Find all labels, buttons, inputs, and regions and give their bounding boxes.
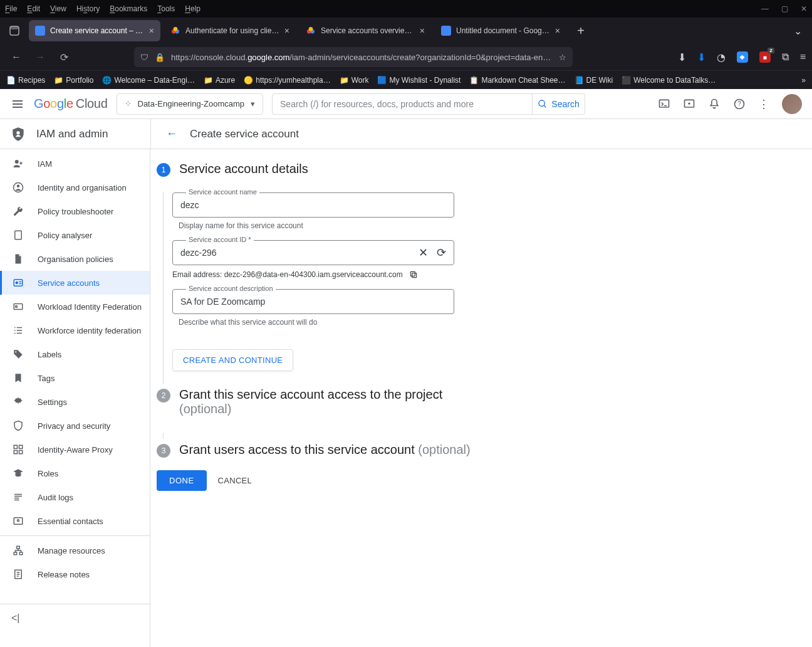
back-button[interactable]: ← [6, 47, 26, 67]
sidenav-item-workload-identity-federation[interactable]: Workload Identity Federation [0, 295, 150, 318]
person-add-icon [13, 158, 25, 169]
browser-tab[interactable]: Service accounts overview | IA× [299, 20, 431, 41]
close-tab-icon[interactable]: × [149, 26, 154, 36]
sidenav-item-identity-aware-proxy[interactable]: Identity-Aware Proxy [0, 438, 150, 461]
close-tab-icon[interactable]: × [284, 26, 289, 36]
help-icon[interactable]: ? [733, 98, 746, 110]
account-icon[interactable]: ◔ [717, 51, 726, 63]
notifications-icon[interactable] [708, 98, 721, 110]
app-menu-icon[interactable]: ≡ [800, 51, 806, 63]
downloads-icon[interactable]: ⬇ [697, 51, 705, 63]
bookmark-item[interactable]: 📄Recipes [6, 76, 45, 85]
bookmark-star-icon[interactable]: ☆ [559, 53, 566, 62]
sidenav-item-policy-troubleshooter[interactable]: Policy troubleshooter [0, 199, 150, 223]
close-tab-icon[interactable]: × [420, 26, 425, 36]
feedback-icon[interactable] [683, 98, 695, 110]
bookmark-item[interactable]: 📘DE Wiki [575, 76, 613, 85]
create-and-continue-button[interactable]: CREATE AND CONTINUE [172, 349, 293, 371]
bookmark-item[interactable]: ⬛Welcome to DataTalks… [622, 76, 716, 85]
extension-icon-2[interactable]: ■2 [759, 51, 771, 63]
user-avatar[interactable] [782, 94, 802, 114]
search-button[interactable]: Search [532, 94, 585, 114]
sidenav-item-roles[interactable]: Roles [0, 461, 150, 485]
browser-menubar: File Edit View History Bookmarks Tools H… [0, 0, 812, 18]
service-account-name-input[interactable] [180, 200, 446, 210]
svg-point-14 [16, 131, 19, 134]
page-title: Create service account [190, 128, 299, 140]
firefox-view-icon[interactable] [4, 20, 25, 41]
project-picker[interactable]: ⁘ Data-Engineering-Zoomcamp ▾ [117, 93, 264, 115]
tab-list-dropdown-icon[interactable]: ⌄ [788, 25, 808, 37]
sidenav-item-audit-logs[interactable]: Audit logs [0, 485, 150, 509]
menu-help[interactable]: Help [185, 4, 200, 13]
account-circle-icon [13, 182, 25, 193]
window-close-icon[interactable]: ✕ [801, 4, 807, 13]
done-button[interactable]: DONE [157, 470, 207, 491]
sidenav-item-settings[interactable]: Settings [0, 390, 150, 414]
collapse-sidenav-button[interactable]: <| [0, 604, 150, 631]
google-cloud-logo[interactable]: GoogleCloud [34, 97, 108, 111]
bookmark-item[interactable]: 🟦My Wishlist - Dynalist [377, 76, 461, 85]
browser-tab[interactable]: Authenticate for using client lib× [164, 20, 296, 41]
bookmark-item[interactable]: 📁Portfolio [54, 76, 93, 85]
browser-tab[interactable]: Untitled document - Google Do× [435, 20, 566, 41]
sidenav-item-organisation-policies[interactable]: Organisation policies [0, 247, 150, 271]
browser-tab[interactable]: Create service account – IAM an× [29, 20, 160, 41]
sidenav-item-service-accounts[interactable]: Service accounts [0, 271, 150, 295]
sidenav-label: Roles [38, 469, 58, 478]
tracking-protection-icon[interactable]: 🛡 [140, 53, 148, 62]
search-input[interactable]: Search (/) for resources, docs, products… [273, 94, 532, 114]
svg-point-20 [16, 282, 18, 284]
window-minimize-icon[interactable]: — [761, 4, 769, 13]
menu-history[interactable]: History [76, 4, 100, 13]
sidenav-label: Essential contacts [38, 517, 103, 526]
sidenav-item-policy-analyser[interactable]: Policy analyser [0, 223, 150, 247]
pocket-icon[interactable]: ⬇︎ [678, 51, 686, 63]
sidenav-label: Workforce identity federation [38, 326, 141, 335]
close-tab-icon[interactable]: × [555, 26, 560, 36]
sidenav-item-manage-resources[interactable]: Manage resources [0, 539, 150, 562]
bookmark-item[interactable]: 📁Azure [204, 76, 235, 85]
svg-rect-36 [410, 271, 415, 276]
clear-id-icon[interactable]: ✕ [419, 246, 428, 260]
menu-bookmarks[interactable]: Bookmarks [110, 4, 147, 13]
sidenav-item-release-notes[interactable]: Release notes [0, 562, 150, 586]
sidenav-item-privacy-and-security[interactable]: Privacy and security [0, 414, 150, 438]
bookmark-item[interactable]: 🌐Welcome – Data-Engi… [102, 76, 195, 85]
menu-tools[interactable]: Tools [157, 4, 175, 13]
menu-edit[interactable]: Edit [27, 4, 40, 13]
extensions-icon[interactable]: ⧉ [782, 51, 789, 63]
reload-button[interactable]: ⟳ [54, 47, 74, 67]
sidenav-item-iam[interactable]: IAM [0, 152, 150, 176]
step-2-indicator: 2 [157, 389, 170, 402]
bookmark-item[interactable]: 🟡https://yumhealthpla… [244, 76, 330, 85]
new-tab-button[interactable]: + [570, 20, 591, 41]
bookmarks-overflow-icon[interactable]: » [801, 76, 806, 85]
menu-view[interactable]: View [50, 4, 66, 13]
sidenav-item-identity-and-organisation[interactable]: Identity and organisation [0, 176, 150, 199]
copy-email-icon[interactable] [409, 270, 418, 279]
extension-icon-1[interactable]: ❖ [737, 51, 748, 63]
bookmark-item[interactable]: 📁Work [340, 76, 369, 85]
sidenav-item-essential-contacts[interactable]: Essential contacts [0, 509, 150, 533]
more-icon[interactable]: ⋮ [758, 97, 769, 111]
tag-icon [13, 349, 25, 360]
address-bar[interactable]: 🛡 🔒 https://console.cloud.google.com/iam… [134, 47, 573, 67]
cancel-button[interactable]: CANCEL [218, 476, 252, 485]
sidenav-item-labels[interactable]: Labels [0, 342, 150, 366]
bookmark-item[interactable]: 📋Markdown Cheat Shee… [469, 76, 565, 85]
sidenav-label: Policy troubleshooter [38, 207, 113, 216]
window-maximize-icon[interactable]: ▢ [781, 4, 788, 13]
menu-file[interactable]: File [5, 4, 17, 13]
refresh-id-icon[interactable]: ⟳ [437, 246, 446, 260]
back-arrow-icon[interactable]: ← [166, 127, 177, 140]
desc-label: Service account description [186, 285, 276, 292]
lock-icon[interactable]: 🔒 [155, 53, 165, 62]
service-account-id-input[interactable] [180, 248, 419, 258]
navigation-menu-icon[interactable] [10, 97, 25, 112]
service-account-description-input[interactable] [180, 297, 446, 307]
sidenav-item-workforce-identity-federation[interactable]: Workforce identity federation [0, 318, 150, 342]
email-address-text: Email address: dezc-296@data-en-404300.i… [172, 270, 403, 279]
cloud-shell-icon[interactable] [658, 98, 670, 110]
sidenav-item-tags[interactable]: Tags [0, 366, 150, 390]
